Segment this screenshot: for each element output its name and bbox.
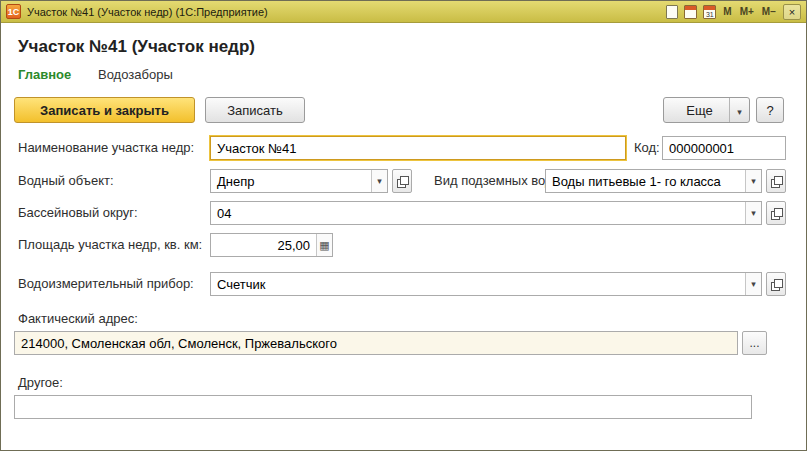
calculator-icon[interactable] bbox=[316, 234, 332, 256]
address-input[interactable] bbox=[14, 331, 738, 355]
chevron-down-icon[interactable] bbox=[745, 202, 761, 224]
open-link-icon bbox=[771, 279, 782, 290]
help-button[interactable]: ? bbox=[756, 97, 784, 123]
open-link-icon bbox=[771, 208, 782, 219]
basin-district-open-button[interactable] bbox=[766, 201, 786, 225]
memory-m-button[interactable]: М bbox=[722, 3, 732, 20]
underground-water-label: Вид подземных вод: bbox=[434, 173, 556, 188]
chevron-down-icon[interactable] bbox=[745, 170, 761, 192]
titlebar-buttons: 31 М М+ М− × bbox=[666, 3, 801, 20]
app-window: 1С Участок №41 (Участок недр) (1С:Предпр… bbox=[0, 0, 807, 451]
address-more-button[interactable]: ... bbox=[742, 331, 767, 355]
other-input[interactable] bbox=[14, 395, 752, 419]
memory-m-plus-button[interactable]: М+ bbox=[739, 3, 755, 20]
chevron-down-icon[interactable] bbox=[745, 273, 761, 295]
more-button[interactable]: Еще bbox=[663, 97, 750, 123]
save-and-close-button[interactable]: Записать и закрыть bbox=[14, 97, 195, 123]
page-icon bbox=[666, 5, 678, 19]
code-input[interactable] bbox=[662, 136, 786, 160]
water-object-combo[interactable]: Днепр bbox=[210, 169, 388, 193]
area-value: 25,00 bbox=[211, 234, 316, 256]
memory-m-minus-button[interactable]: М− bbox=[761, 3, 777, 20]
close-icon[interactable]: × bbox=[783, 4, 801, 20]
open-link-icon bbox=[771, 176, 782, 187]
save-button[interactable]: Записать bbox=[205, 97, 305, 123]
basin-district-combo[interactable]: 04 bbox=[210, 201, 762, 225]
device-open-button[interactable] bbox=[766, 272, 786, 296]
other-label: Другое: bbox=[18, 375, 63, 390]
name-label: Наименование участка недр: bbox=[18, 140, 194, 155]
underground-water-combo[interactable]: Воды питьевые 1- го класса bbox=[545, 169, 762, 193]
basin-district-label: Бассейновый округ: bbox=[18, 205, 138, 220]
1c-logo-icon: 1С bbox=[6, 4, 21, 19]
chevron-down-icon[interactable] bbox=[371, 170, 387, 192]
device-combo[interactable]: Счетчик bbox=[210, 272, 762, 296]
calendar-day-button[interactable]: 31 bbox=[703, 3, 716, 20]
window-title: Участок №41 (Участок недр) (1С:Предприят… bbox=[27, 6, 666, 18]
tab-water-intakes[interactable]: Водозаборы bbox=[98, 67, 173, 82]
calendar-icon bbox=[684, 5, 697, 19]
device-value: Счетчик bbox=[211, 273, 745, 295]
underground-water-value: Воды питьевые 1- го класса bbox=[546, 170, 745, 192]
tab-main[interactable]: Главное bbox=[18, 67, 71, 82]
more-button-label: Еще bbox=[664, 103, 729, 118]
chevron-down-icon bbox=[730, 103, 749, 118]
page-title: Участок №41 (Участок недр) bbox=[18, 37, 255, 57]
basin-district-value: 04 bbox=[211, 202, 745, 224]
device-label: Водоизмерительный прибор: bbox=[18, 276, 194, 291]
calendar-31-icon: 31 bbox=[703, 5, 716, 19]
titlebar: 1С Участок №41 (Участок недр) (1С:Предпр… bbox=[1, 1, 806, 23]
area-input[interactable]: 25,00 bbox=[210, 233, 333, 257]
open-link-icon bbox=[397, 176, 408, 187]
name-input[interactable] bbox=[210, 136, 626, 160]
water-object-value: Днепр bbox=[211, 170, 371, 192]
service-page-button[interactable] bbox=[666, 3, 678, 20]
water-object-open-button[interactable] bbox=[392, 169, 412, 193]
code-label: Код: bbox=[634, 140, 660, 155]
calendar-button[interactable] bbox=[684, 3, 697, 20]
underground-water-open-button[interactable] bbox=[766, 169, 786, 193]
form-content: Участок №41 (Участок недр) Главное Водоз… bbox=[1, 23, 806, 450]
area-label: Площадь участка недр, кв. км: bbox=[18, 237, 202, 252]
address-label: Фактический адрес: bbox=[18, 311, 138, 326]
water-object-label: Водный объект: bbox=[18, 173, 114, 188]
